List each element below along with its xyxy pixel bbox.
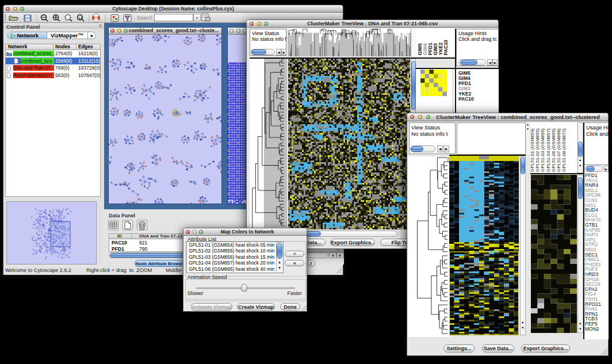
svg-text:GPL51-01 (GSM854): GPL51-01 (GSM854): [530, 128, 535, 172]
svg-text:GPL51-02 (GSM855): GPL51-02 (GSM855): [535, 128, 540, 172]
svg-text:Search:: Search:: [137, 15, 152, 21]
svg-text:GPL51-07 (GSM868): GPL51-07 (GSM868): [556, 128, 561, 172]
svg-text:1:1: 1:1: [78, 17, 82, 20]
svg-text:PAC10: PAC10: [443, 40, 449, 55]
svg-text:GPL51-04 (GSM857): GPL51-04 (GSM857): [546, 128, 551, 172]
svg-text:GPL51-08 (GSM872): GPL51-08 (GSM872): [561, 128, 567, 172]
svg-text:GPL51-06 (GSM865): GPL51-06 (GSM865): [551, 128, 556, 172]
svg-text:GPL51-03 (GSM856): GPL51-03 (GSM856): [540, 128, 545, 172]
